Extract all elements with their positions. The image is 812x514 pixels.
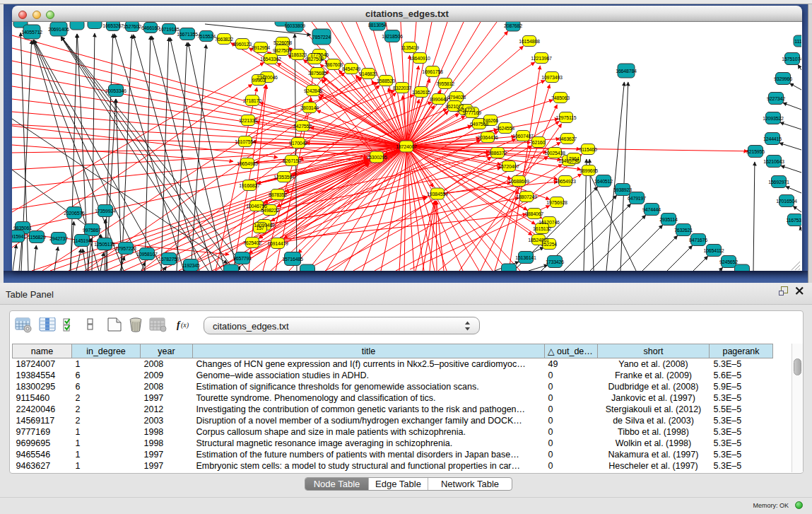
svg-text:18807249: 18807249 <box>516 194 537 199</box>
svg-text:7485063: 7485063 <box>551 95 570 100</box>
svg-text:11174: 11174 <box>794 39 801 44</box>
svg-text:2935114: 2935114 <box>659 217 678 222</box>
svg-text:17016504: 17016504 <box>776 199 797 204</box>
svg-text:16033809: 16033809 <box>284 23 305 28</box>
svg-text:8322037: 8322037 <box>393 86 411 90</box>
svg-text:6479197: 6479197 <box>628 196 646 201</box>
svg-text:18640910: 18640910 <box>409 56 430 61</box>
svg-text:10958107: 10958107 <box>136 252 158 257</box>
svg-text:9227342: 9227342 <box>767 96 785 101</box>
svg-text:1244415: 1244415 <box>763 136 782 141</box>
svg-text:9170042: 9170042 <box>289 141 307 146</box>
svg-text:15136141: 15136141 <box>515 255 536 260</box>
svg-text:6794028: 6794028 <box>447 95 466 100</box>
svg-text:62160: 62160 <box>532 140 546 145</box>
svg-text:1615132: 1615132 <box>533 226 551 231</box>
svg-text:15716485: 15716485 <box>282 257 303 262</box>
svg-text:20053346: 20053346 <box>105 88 126 93</box>
svg-text:7632621: 7632621 <box>674 228 693 233</box>
svg-text:3915941: 3915941 <box>12 234 26 239</box>
svg-text:3624554: 3624554 <box>496 126 514 131</box>
svg-text:9329966: 9329966 <box>774 76 792 81</box>
svg-text:16914479: 16914479 <box>267 241 288 246</box>
svg-text:(x): (x) <box>181 321 189 329</box>
svg-text:746266: 746266 <box>483 118 498 123</box>
svg-text:12213967: 12213967 <box>531 56 552 61</box>
svg-text:17359924: 17359924 <box>95 209 116 214</box>
svg-text:16107554: 16107554 <box>235 139 256 144</box>
svg-text:9463627: 9463627 <box>558 136 577 141</box>
svg-text:19654985: 19654985 <box>237 161 258 166</box>
svg-text:1527602: 1527602 <box>123 24 141 29</box>
svg-text:8471676: 8471676 <box>689 238 707 243</box>
svg-text:19756928: 19756928 <box>546 200 567 205</box>
svg-text:9657791: 9657791 <box>233 256 252 261</box>
svg-text:19384554: 19384554 <box>427 192 448 197</box>
svg-text:5226058: 5226058 <box>273 40 292 45</box>
svg-text:2803144: 2803144 <box>300 105 319 110</box>
svg-text:25300295: 25300295 <box>366 155 387 160</box>
svg-text:10719185: 10719185 <box>158 27 180 32</box>
svg-text:1733426: 1733426 <box>546 259 564 264</box>
svg-text:19166827: 19166827 <box>239 183 260 188</box>
svg-text:20691406: 20691406 <box>48 27 69 32</box>
svg-text:9777169: 9777169 <box>463 110 481 115</box>
svg-text:17957223: 17957223 <box>115 246 136 251</box>
svg-text:8454749: 8454749 <box>342 66 360 71</box>
svg-text:8813054: 8813054 <box>368 23 387 28</box>
svg-text:20364436: 20364436 <box>477 135 498 140</box>
svg-text:1135419: 1135419 <box>401 45 419 50</box>
svg-text:16210643: 16210643 <box>763 159 784 164</box>
svg-text:3875685: 3875685 <box>308 71 326 76</box>
svg-text:10654112: 10654112 <box>703 248 724 253</box>
svg-text:9146821: 9146821 <box>359 71 377 76</box>
svg-text:157: 157 <box>256 226 264 230</box>
svg-text:16120746: 16120746 <box>539 220 560 225</box>
svg-text:12505135: 12505135 <box>94 242 115 247</box>
svg-text:9975867: 9975867 <box>83 228 101 233</box>
svg-text:1221336: 1221336 <box>239 118 257 123</box>
svg-text:18724007: 18724007 <box>396 144 417 149</box>
svg-text:19654923: 19654923 <box>555 179 576 184</box>
svg-text:7663822: 7663822 <box>215 37 233 42</box>
svg-text:1640512: 1640512 <box>594 179 613 184</box>
svg-text:5938923: 5938923 <box>613 187 632 192</box>
svg-text:9899695: 9899695 <box>579 168 598 173</box>
svg-text:7955812: 7955812 <box>436 81 454 86</box>
svg-text:9827508: 9827508 <box>305 57 324 62</box>
svg-text:12975115: 12975115 <box>555 115 576 120</box>
svg-text:9835061: 9835061 <box>13 226 32 230</box>
svg-text:12093522: 12093522 <box>763 116 784 121</box>
svg-text:1192345: 1192345 <box>182 263 200 268</box>
svg-text:10607487: 10607487 <box>512 134 534 139</box>
svg-text:7886372: 7886372 <box>488 151 507 156</box>
svg-text:10688609: 10688609 <box>508 179 529 184</box>
svg-text:9245652: 9245652 <box>719 259 738 264</box>
svg-text:9884067: 9884067 <box>525 211 543 216</box>
svg-text:16671355: 16671355 <box>177 32 198 37</box>
svg-text:8186323: 8186323 <box>288 52 307 57</box>
svg-text:16961758: 16961758 <box>422 69 443 74</box>
svg-text:15720407: 15720407 <box>498 164 519 169</box>
svg-text:252254: 252254 <box>541 242 557 247</box>
svg-text:15692971: 15692971 <box>768 180 789 185</box>
svg-text:9115460: 9115460 <box>579 147 597 152</box>
svg-text:7515524: 7515524 <box>197 34 216 39</box>
svg-text:10973493: 10973493 <box>541 75 563 80</box>
svg-text:7964: 7964 <box>569 156 579 161</box>
svg-text:8960123: 8960123 <box>233 42 252 47</box>
svg-text:10025438: 10025438 <box>544 151 565 156</box>
svg-text:20206576: 20206576 <box>64 211 85 216</box>
svg-text:16782759: 16782759 <box>158 257 180 262</box>
svg-text:15751074: 15751074 <box>782 57 801 62</box>
svg-text:16648784: 16648784 <box>616 69 637 74</box>
svg-text:1145194: 1145194 <box>73 238 91 243</box>
svg-text:5498222: 5498222 <box>261 208 279 213</box>
svg-text:9474444: 9474444 <box>642 207 661 212</box>
svg-text:2087682: 2087682 <box>504 23 522 28</box>
svg-text:1362615: 1362615 <box>412 90 430 95</box>
svg-text:8267150: 8267150 <box>283 158 301 163</box>
svg-text:19218506: 19218506 <box>382 34 403 39</box>
svg-text:8427552: 8427552 <box>293 124 312 129</box>
svg-text:16154808: 16154808 <box>519 39 540 44</box>
